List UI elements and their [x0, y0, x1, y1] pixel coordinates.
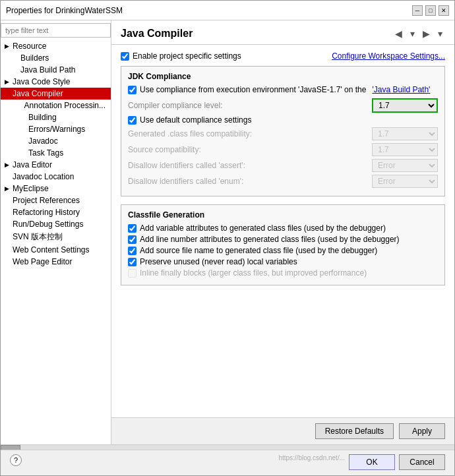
disallow-assert-label: Disallow identifiers called 'assert':	[128, 161, 372, 170]
use-default-compliance-checkbox[interactable]	[128, 116, 136, 125]
sidebar-item-label: Errors/Warnings	[28, 125, 85, 134]
close-button[interactable]: ✕	[439, 5, 449, 16]
sidebar-item-java-compiler[interactable]: Java Compiler	[1, 88, 111, 100]
sidebar-item-building[interactable]: Building	[1, 111, 111, 123]
classfile-item-1: Add line number attributes to generated …	[128, 235, 438, 244]
sidebar-item-refactoring-history[interactable]: Refactoring History	[1, 206, 111, 218]
cancel-button[interactable]: Cancel	[399, 454, 445, 470]
dialog-footer: ? https://blog.csdn.net/... OK Cancel	[1, 450, 454, 475]
sidebar-item-label: Building	[28, 113, 57, 122]
panel-body: Enable project specific settings Configu…	[111, 45, 454, 417]
classfile-label-4: Inline finally blocks (larger class file…	[140, 268, 367, 278]
compiler-compliance-select[interactable]: 1.7 1.6 1.5	[372, 98, 438, 113]
classfile-item-4: Inline finally blocks (larger class file…	[128, 268, 438, 278]
jdk-section-title: JDK Compliance	[128, 72, 438, 81]
sidebar-item-run-debug-settings[interactable]: Run/Debug Settings	[1, 218, 111, 230]
sidebar-item-label: Java Editor	[13, 160, 52, 169]
disallow-enum-row: Disallow identifiers called 'enum': Erro…	[128, 175, 438, 188]
sidebar-item-myeclipse[interactable]: ▶MyEclipse	[1, 183, 111, 194]
generated-class-select[interactable]: 1.7	[372, 127, 438, 140]
right-panel: Java Compiler ◀ ▾ ▶ ▾ Enable project spe…	[111, 20, 454, 444]
sidebar-item-builders[interactable]: Builders	[1, 52, 111, 64]
apply-button[interactable]: Apply	[399, 423, 445, 439]
classfile-checkbox-1[interactable]	[128, 235, 136, 244]
sidebar-item-label: Annotation Processin...	[24, 101, 106, 110]
java-build-path-link[interactable]: 'Java Build Path'	[372, 85, 430, 94]
configure-workspace-link[interactable]: Configure Workspace Settings...	[332, 51, 445, 61]
main-content: ▶ResourceBuildersJava Build Path▶Java Co…	[1, 20, 454, 444]
sidebar-item-label: Javadoc Location	[13, 172, 74, 181]
classfile-checkbox-0[interactable]	[128, 224, 136, 233]
sidebar-item-label: MyEclipse	[13, 184, 49, 193]
disallow-assert-select[interactable]: Error	[372, 159, 438, 172]
disallow-enum-label: Disallow identifiers called 'enum':	[128, 177, 372, 186]
nav-forward-button[interactable]: ▶	[420, 27, 433, 40]
sidebar-item-label: Java Compiler	[13, 89, 63, 98]
nav-arrows: ◀ ▾ ▶ ▾	[392, 27, 445, 40]
classfile-label-3: Preserve unused (never read) local varia…	[140, 257, 297, 266]
sidebar-item-label: Builders	[20, 53, 49, 63]
horizontal-scrollbar[interactable]	[1, 444, 454, 450]
source-compat-row: Source compatibility: 1.7	[128, 143, 438, 156]
filter-input[interactable]	[1, 23, 111, 38]
sidebar-item-errors-warnings[interactable]: Errors/Warnings	[1, 123, 111, 135]
sidebar-item-javadoc[interactable]: Javadoc	[1, 135, 111, 147]
sidebar-item-java-code-style[interactable]: ▶Java Code Style	[1, 76, 111, 88]
sidebar-item-task-tags[interactable]: Task Tags	[1, 147, 111, 159]
compiler-compliance-label: Compiler compliance level:	[128, 101, 372, 110]
sidebar-item-java-build-path[interactable]: Java Build Path	[1, 64, 111, 76]
arrow-icon: ▶	[5, 162, 11, 168]
classfile-checkbox-3[interactable]	[128, 258, 136, 266]
nav-back-button[interactable]: ◀	[392, 27, 405, 40]
sidebar: ▶ResourceBuildersJava Build Path▶Java Co…	[1, 20, 111, 444]
classfile-section: Classfile Generation Add variable attrib…	[121, 204, 445, 285]
ok-button[interactable]: OK	[349, 454, 395, 470]
classfile-label-0: Add variable attributes to generated cla…	[140, 223, 386, 233]
use-compliance-checkbox[interactable]	[128, 86, 136, 94]
use-default-compliance-row: Use default compliance settings	[128, 115, 438, 125]
panel-title: Java Compiler	[121, 28, 193, 40]
sidebar-item-project-references[interactable]: Project References	[1, 194, 111, 206]
classfile-item-0: Add variable attributes to generated cla…	[128, 223, 438, 233]
arrow-icon: ▶	[5, 185, 11, 192]
panel-header: Java Compiler ◀ ▾ ▶ ▾	[111, 20, 454, 45]
window-controls: ─ □ ✕	[412, 5, 449, 16]
properties-window: Properties for DrinkingWaterSSM ─ □ ✕ ▶R…	[0, 0, 455, 476]
maximize-button[interactable]: □	[425, 5, 436, 16]
sidebar-item-label: Task Tags	[28, 148, 63, 158]
disallow-enum-select[interactable]: Error	[372, 175, 438, 188]
watermark: https://blog.csdn.net/...	[278, 454, 345, 470]
sidebar-item-label: Web Page Editor	[13, 257, 73, 266]
classfile-label-2: Add source file name to generated class …	[140, 246, 377, 255]
sidebar-item-annotation-processing[interactable]: Annotation Processin...	[1, 100, 111, 111]
sidebar-item-resource[interactable]: ▶Resource	[1, 40, 111, 52]
sidebar-item-svn[interactable]: SVN 版本控制	[1, 230, 111, 244]
classfile-item-2: Add source file name to generated class …	[128, 246, 438, 255]
generated-class-label: Generated .class files compatibility:	[128, 129, 372, 138]
sidebar-item-label: Run/Debug Settings	[13, 220, 83, 229]
sidebar-item-label: Project References	[13, 196, 80, 205]
sidebar-item-label: Refactoring History	[13, 208, 80, 217]
sidebar-item-web-page-editor[interactable]: Web Page Editor	[1, 256, 111, 268]
disallow-assert-row: Disallow identifiers called 'assert': Er…	[128, 159, 438, 172]
sidebar-item-javadoc-location[interactable]: Javadoc Location	[1, 171, 111, 183]
jdk-section: JDK Compliance Use compliance from execu…	[121, 66, 445, 196]
sidebar-item-java-editor[interactable]: ▶Java Editor	[1, 159, 111, 171]
sidebar-item-label: Resource	[13, 42, 46, 51]
restore-defaults-button[interactable]: Restore Defaults	[315, 423, 394, 439]
nav-dropdown-button[interactable]: ▾	[408, 27, 417, 40]
use-compliance-label: Use compliance from execution environmen…	[140, 85, 366, 94]
nav-forward-dropdown-button[interactable]: ▾	[435, 27, 445, 40]
enable-project-specific-checkbox[interactable]	[121, 52, 129, 61]
classfile-checkbox-4[interactable]	[128, 269, 136, 278]
sidebar-item-label: Java Code Style	[13, 77, 70, 86]
classfile-checkbox-2[interactable]	[128, 247, 136, 255]
classfile-item-3: Preserve unused (never read) local varia…	[128, 257, 438, 266]
sidebar-item-web-content-settings[interactable]: Web Content Settings	[1, 244, 111, 256]
arrow-icon: ▶	[5, 43, 11, 49]
arrow-icon: ▶	[5, 78, 11, 85]
use-compliance-row: Use compliance from execution environmen…	[128, 85, 438, 94]
minimize-button[interactable]: ─	[412, 5, 423, 16]
source-compat-select[interactable]: 1.7	[372, 143, 438, 156]
help-button[interactable]: ?	[10, 454, 22, 466]
